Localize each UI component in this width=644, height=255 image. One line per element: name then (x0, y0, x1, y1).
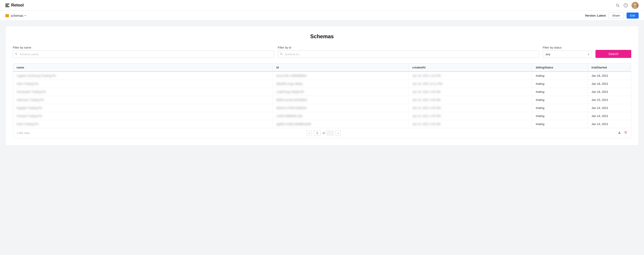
cell-trialstarted: Jan 14, 2021 (588, 120, 631, 128)
cell-createdat: Jan 15, 2021 1:03 AM (408, 96, 532, 104)
col-header-createdat: createdAt (408, 64, 532, 72)
table-body: Lagden-Armstrong Trading Plcacme-001-108… (13, 72, 631, 128)
top-nav: Retool ? (0, 0, 644, 11)
main-content: Schemas Filter by name Filter by id (0, 20, 644, 151)
cell-billingstatus: trialing (532, 88, 588, 96)
search-icon[interactable] (616, 3, 620, 8)
share-button[interactable]: Share (608, 12, 624, 19)
cell-createdat: Jan 14, 2021 1:03 PM (408, 104, 532, 112)
search-button[interactable]: Search (596, 50, 631, 58)
table-header-row: name id createdAt billingStatus trialSta… (13, 64, 631, 72)
col-header-id: id (272, 64, 408, 72)
download-icon[interactable] (618, 131, 621, 135)
cell-billingstatus: trialing (532, 80, 588, 88)
cell-billingstatus: trialing (532, 96, 588, 104)
cell-trialstarted: Jan 18, 2021 (588, 88, 631, 96)
pagination-total (326, 130, 334, 136)
svg-line-1 (618, 6, 619, 7)
cell-createdat: Jan 18, 2021 12:11 PM (408, 80, 532, 88)
cell-billingstatus: trialing (532, 104, 588, 112)
table-row: Lagden-Armstrong Trading Plcacme-001-108… (13, 72, 631, 80)
col-header-billingstatus: billingStatus (532, 64, 588, 72)
cell-name: Lagden-Armstrong Trading Plc (13, 72, 272, 80)
cell-id: ag980-1m9af-a8d9f6as8a9 (272, 120, 408, 128)
breadcrumb-label: schemas (11, 14, 23, 18)
filter-icon[interactable] (624, 131, 628, 135)
cell-name: Kutin Trading Plc (13, 120, 272, 128)
filter-name-input-wrap (13, 50, 274, 58)
svg-line-7 (17, 54, 18, 55)
cell-id: 8df9c3-amda-a9c8d8a9 (272, 96, 408, 104)
logo-icon (5, 4, 10, 7)
pagination-page-input[interactable] (314, 130, 321, 136)
cell-trialstarted: Jan 18, 2021 (588, 72, 631, 80)
footer-rows-label: 1,991 rows (16, 132, 30, 135)
cell-billingstatus: trialing (532, 120, 588, 128)
chevron-down-icon[interactable]: ▾ (24, 14, 26, 17)
schemas-card: Schemas Filter by name Filter by id (5, 26, 639, 146)
cell-name: Alton Trading Plc (13, 80, 272, 88)
filter-id-group: Filter by id (278, 46, 539, 58)
filter-id-label: Filter by id (278, 46, 539, 49)
filter-id-search-icon (280, 52, 283, 56)
svg-point-8 (280, 53, 282, 54)
avatar[interactable] (632, 2, 639, 9)
filter-status-select-wrap: any active inactive trialing (543, 50, 592, 58)
cell-id: 8d9ca3-17663-8d9b3af (272, 104, 408, 112)
cell-trialstarted: Jan 18, 2021 (588, 80, 631, 88)
svg-text:?: ? (625, 4, 626, 7)
cell-createdat: Jan 18, 2021 1:03 AM (408, 88, 532, 96)
top-nav-right: ? (616, 2, 639, 9)
table-wrap: name id createdAt billingStatus trialSta… (13, 63, 631, 138)
table-row: Krishavi Trading Plcc1066-6898090-cd9Jan… (13, 112, 631, 120)
filter-name-input[interactable] (13, 50, 274, 58)
cell-createdat: Jan 14, 2021 1:03 PM (408, 112, 532, 120)
edit-button[interactable]: Edit (626, 12, 639, 18)
table-row: Happilin Trading Plc8d9ca3-17663-8d9b3af… (13, 104, 631, 112)
top-nav-left: Retool (5, 3, 24, 8)
retool-logo-text: Retool (11, 3, 24, 8)
cell-trialstarted: Jan 14, 2021 (588, 104, 631, 112)
logo-bar-top (5, 4, 10, 4)
filter-id-input[interactable] (278, 50, 539, 58)
filter-status-label: Filter by status (543, 46, 592, 49)
footer-right (618, 131, 628, 135)
cell-billingstatus: trialing (532, 72, 588, 80)
svg-point-6 (16, 53, 17, 54)
cell-createdat: Jan 14, 2021 1:03 AM (408, 120, 532, 128)
page-title: Schemas (13, 33, 631, 40)
cell-trialstarted: Jan 15, 2021 (588, 96, 631, 104)
table-row: Hakmans Trading Plc8df9c3-amda-a9c8d8a9J… (13, 96, 631, 104)
svg-point-4 (634, 4, 636, 6)
sub-nav: schemas ▾ Version: Latest Share Edit (0, 11, 644, 20)
table-row: Kutin Trading Plcag980-1m9af-a8d9f6as8a9… (13, 120, 631, 128)
cell-billingstatus: trialing (532, 112, 588, 120)
cell-createdat: Jan 18, 2021 1:23 PM (408, 72, 532, 80)
cell-name: Krishavi Trading Plc (13, 112, 272, 120)
filter-name-search-icon (15, 52, 18, 56)
filter-row: Filter by name Filter by id (13, 46, 631, 58)
logo-bar-mid (5, 5, 8, 6)
sub-nav-left: schemas ▾ (5, 14, 26, 18)
col-header-trialstarted: trialStarted (588, 64, 631, 72)
cell-id: c1066-6898090-cd9 (272, 112, 408, 120)
cell-name: Almaneder Trading Plc (13, 88, 272, 96)
col-header-name: name (13, 64, 272, 72)
svg-point-5 (633, 6, 637, 9)
cell-id: d9ae9f1-fmgc-d80ac (272, 80, 408, 88)
pagination-prev-button[interactable]: ‹ (306, 130, 312, 136)
help-icon[interactable]: ? (624, 3, 628, 8)
pagination-of-label: of (322, 132, 325, 135)
table-footer: 1,991 rows ‹ of › (13, 128, 631, 138)
filter-status-group: Filter by status any active inactive tri… (543, 46, 592, 58)
pagination-next-button[interactable]: › (336, 130, 341, 136)
table-row: Alton Trading Plcd9ae9f1-fmgc-d80acJan 1… (13, 80, 631, 88)
table-row: Almaneder Trading Plcc1a9f-fmgc-b9a8a7df… (13, 88, 631, 96)
filter-status-select[interactable]: any active inactive trialing (543, 50, 592, 58)
pagination: ‹ of › (306, 130, 341, 136)
cell-name: Happilin Trading Plc (13, 104, 272, 112)
filter-name-label: Filter by name (13, 46, 274, 49)
cell-id: acme-001-10898980faf (272, 72, 408, 80)
filter-name-group: Filter by name (13, 46, 274, 58)
logo-bar-bot (5, 6, 10, 7)
